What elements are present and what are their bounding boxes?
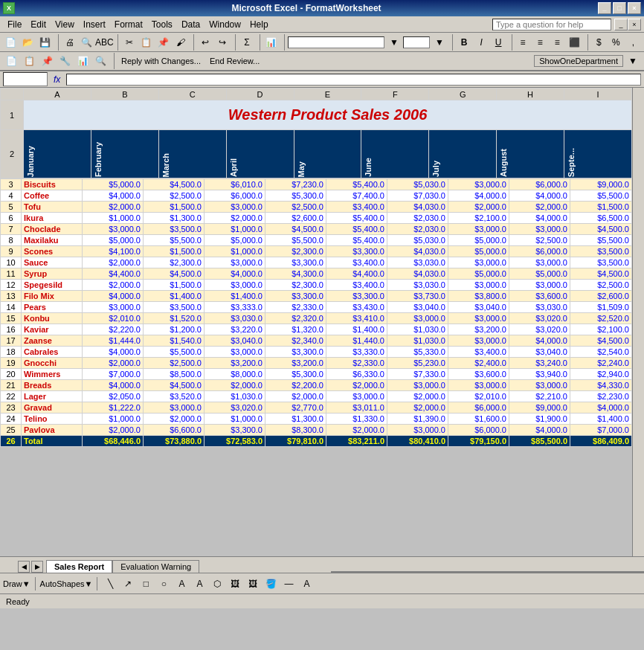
- value-cell[interactable]: $3,200.0: [265, 358, 326, 369]
- tab-scroll-right[interactable]: ▶: [31, 561, 43, 573]
- value-cell[interactable]: $2,030.0: [387, 213, 448, 224]
- value-cell[interactable]: $6,330.0: [326, 369, 387, 380]
- value-cell[interactable]: $3,400.0: [326, 202, 387, 213]
- sigma-button[interactable]: Σ: [239, 34, 254, 51]
- value-cell[interactable]: $3,300.0: [205, 425, 265, 436]
- value-cell[interactable]: $4,000.0: [83, 380, 144, 391]
- clipart-tool[interactable]: 🖼: [227, 576, 243, 592]
- value-cell[interactable]: $5,500.0: [570, 235, 632, 246]
- value-cell[interactable]: $3,000.0: [509, 280, 570, 291]
- value-cell[interactable]: $4,000.0: [83, 291, 144, 302]
- value-cell[interactable]: $4,000.0: [509, 335, 570, 347]
- product-cell[interactable]: Lager: [22, 391, 83, 402]
- value-cell[interactable]: $5,400.0: [326, 235, 387, 246]
- window-controls[interactable]: _ □ ×: [598, 2, 641, 14]
- value-cell[interactable]: $4,030.0: [387, 246, 448, 257]
- merge-button[interactable]: ⬛: [567, 34, 582, 51]
- value-cell[interactable]: $4,000.0: [570, 402, 632, 414]
- value-cell[interactable]: $3,030.0: [387, 280, 448, 291]
- value-cell[interactable]: $2,600.0: [265, 213, 326, 224]
- value-cell[interactable]: $1,400.0: [205, 291, 265, 302]
- product-cell[interactable]: Ikura: [22, 213, 83, 224]
- value-cell[interactable]: $3,000.0: [448, 280, 509, 291]
- value-cell[interactable]: $5,000.0: [83, 179, 144, 190]
- comma-button[interactable]: ,: [625, 34, 641, 51]
- value-cell[interactable]: $2,300.0: [144, 257, 205, 268]
- value-cell[interactable]: $4,330.0: [570, 380, 632, 391]
- value-cell[interactable]: $2,320.0: [265, 313, 326, 324]
- value-cell[interactable]: $2,600.0: [570, 291, 632, 302]
- menu-insert[interactable]: Insert: [79, 18, 110, 31]
- image-tool[interactable]: 🖼: [245, 576, 261, 592]
- value-cell[interactable]: $5,300.0: [265, 369, 326, 380]
- menu-edit[interactable]: Edit: [26, 18, 51, 31]
- open-button[interactable]: 📂: [20, 34, 36, 51]
- value-cell[interactable]: $3,430.0: [326, 302, 387, 313]
- value-cell[interactable]: $3,500.0: [570, 246, 632, 257]
- value-cell[interactable]: $1,000.0: [205, 414, 265, 425]
- value-cell[interactable]: $3,520.0: [144, 391, 205, 402]
- maximize-button[interactable]: □: [613, 2, 626, 14]
- col-header-h[interactable]: H: [497, 89, 564, 100]
- value-cell[interactable]: $1,000.0: [205, 224, 265, 235]
- value-cell[interactable]: $2,000.0: [326, 380, 387, 391]
- value-cell[interactable]: $4,500.0: [265, 224, 326, 235]
- value-cell[interactable]: $1,444.0: [83, 335, 144, 347]
- value-cell[interactable]: $3,333.0: [205, 302, 265, 313]
- value-cell[interactable]: $2,000.0: [326, 425, 387, 436]
- value-cell[interactable]: $3,940.0: [509, 369, 570, 380]
- col-header-b[interactable]: B: [91, 89, 158, 100]
- value-cell[interactable]: $1,400.0: [144, 291, 205, 302]
- tb2-btn2[interactable]: 📋: [21, 53, 37, 69]
- value-cell[interactable]: $5,400.0: [326, 179, 387, 190]
- value-cell[interactable]: $3,400.0: [326, 257, 387, 268]
- col-header-a[interactable]: A: [24, 89, 91, 100]
- value-cell[interactable]: $1,509.0: [570, 302, 632, 313]
- value-cell[interactable]: $5,500.0: [144, 235, 205, 246]
- save-button[interactable]: 💾: [37, 34, 53, 51]
- value-cell[interactable]: $5,000.0: [509, 268, 570, 280]
- value-cell[interactable]: $1,000.0: [83, 213, 144, 224]
- value-cell[interactable]: $3,300.0: [326, 246, 387, 257]
- value-cell[interactable]: $1,440.0: [326, 335, 387, 347]
- value-cell[interactable]: $3,040.0: [509, 347, 570, 358]
- value-cell[interactable]: $5,400.0: [326, 224, 387, 235]
- print-button[interactable]: 🖨: [62, 34, 77, 51]
- product-cell[interactable]: Syrup: [22, 268, 83, 280]
- show-one-dept[interactable]: ShowOneDepartment: [534, 55, 623, 67]
- value-cell[interactable]: $2,500.0: [509, 235, 570, 246]
- value-cell[interactable]: $2,100.0: [448, 213, 509, 224]
- redo-button[interactable]: ↪: [215, 34, 231, 51]
- value-cell[interactable]: $3,500.0: [570, 257, 632, 268]
- col-header-e[interactable]: E: [294, 89, 361, 100]
- product-cell[interactable]: Cabrales: [22, 347, 83, 358]
- menu-view[interactable]: View: [51, 18, 79, 31]
- formula-input[interactable]: Total: [66, 74, 641, 86]
- value-cell[interactable]: $6,000.0: [205, 190, 265, 202]
- font-size-input[interactable]: 10: [403, 36, 430, 48]
- value-cell[interactable]: $3,730.0: [387, 291, 448, 302]
- value-cell[interactable]: $2,770.0: [265, 402, 326, 414]
- cut-button[interactable]: ✂: [121, 34, 137, 51]
- font-size-dd-button[interactable]: ▼: [431, 34, 447, 51]
- product-cell[interactable]: Sauce: [22, 257, 83, 268]
- value-cell[interactable]: $7,000.0: [570, 425, 632, 436]
- value-cell[interactable]: $2,540.0: [570, 347, 632, 358]
- product-cell[interactable]: Spegesild: [22, 280, 83, 291]
- value-cell[interactable]: $5,300.0: [265, 190, 326, 202]
- value-cell[interactable]: $4,500.0: [570, 268, 632, 280]
- end-review[interactable]: End Review...: [206, 53, 263, 69]
- new-button[interactable]: 📄: [3, 34, 19, 51]
- value-cell[interactable]: $1,300.0: [265, 414, 326, 425]
- product-cell[interactable]: Maxilaku: [22, 235, 83, 246]
- col-header-g[interactable]: G: [429, 89, 497, 100]
- product-cell[interactable]: Coffee: [22, 190, 83, 202]
- value-cell[interactable]: $3,030.0: [387, 257, 448, 268]
- bold-button[interactable]: B: [456, 34, 471, 51]
- value-cell[interactable]: $3,600.0: [448, 369, 509, 380]
- value-cell[interactable]: $2,220.0: [83, 324, 144, 335]
- value-cell[interactable]: $2,100.0: [570, 324, 632, 335]
- preview-button[interactable]: 🔍: [79, 34, 94, 51]
- value-cell[interactable]: $1,390.0: [387, 414, 448, 425]
- value-cell[interactable]: $1,000.0: [205, 246, 265, 257]
